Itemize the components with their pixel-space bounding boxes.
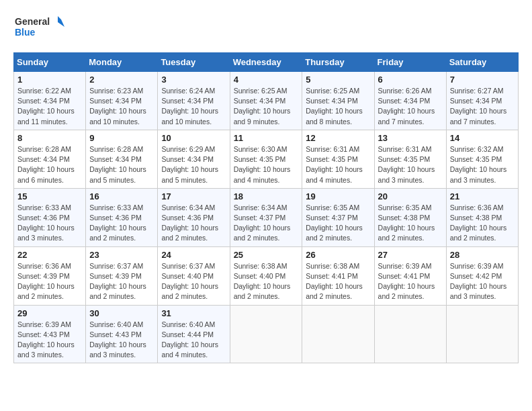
calendar-cell: 9Sunrise: 6:28 AMSunset: 4:34 PMDaylight… bbox=[86, 130, 158, 188]
day-detail: Sunrise: 6:23 AMSunset: 4:34 PMDaylight:… bbox=[89, 86, 154, 127]
day-number: 30 bbox=[89, 308, 154, 318]
day-header-sunday: Sunday bbox=[14, 53, 86, 72]
calendar-week-row: 8Sunrise: 6:28 AMSunset: 4:34 PMDaylight… bbox=[14, 130, 519, 188]
calendar-cell: 10Sunrise: 6:29 AMSunset: 4:34 PMDayligh… bbox=[158, 130, 230, 188]
calendar-cell: 16Sunrise: 6:33 AMSunset: 4:36 PMDayligh… bbox=[86, 188, 158, 246]
calendar-cell bbox=[230, 305, 302, 363]
day-number: 22 bbox=[17, 250, 82, 260]
day-detail: Sunrise: 6:37 AMSunset: 4:40 PMDaylight:… bbox=[161, 261, 226, 302]
calendar-cell: 22Sunrise: 6:36 AMSunset: 4:39 PMDayligh… bbox=[14, 246, 86, 305]
calendar-cell: 1Sunrise: 6:22 AMSunset: 4:34 PMDaylight… bbox=[14, 72, 86, 130]
calendar-cell: 15Sunrise: 6:33 AMSunset: 4:36 PMDayligh… bbox=[14, 188, 86, 246]
day-number: 4 bbox=[234, 75, 299, 85]
day-number: 16 bbox=[89, 191, 154, 201]
calendar-body: 1Sunrise: 6:22 AMSunset: 4:34 PMDaylight… bbox=[14, 72, 519, 363]
day-detail: Sunrise: 6:37 AMSunset: 4:39 PMDaylight:… bbox=[89, 261, 154, 302]
logo-svg: General Blue bbox=[13, 13, 67, 42]
svg-text:General: General bbox=[15, 16, 50, 27]
day-detail: Sunrise: 6:34 AMSunset: 4:37 PMDaylight:… bbox=[234, 203, 299, 244]
day-detail: Sunrise: 6:26 AMSunset: 4:34 PMDaylight:… bbox=[378, 86, 443, 127]
day-number: 12 bbox=[306, 133, 370, 143]
day-header-thursday: Thursday bbox=[302, 53, 374, 72]
svg-text:Blue: Blue bbox=[15, 27, 36, 38]
day-number: 29 bbox=[17, 308, 82, 318]
calendar-cell: 26Sunrise: 6:38 AMSunset: 4:41 PMDayligh… bbox=[302, 246, 374, 305]
day-header-friday: Friday bbox=[374, 53, 446, 72]
day-detail: Sunrise: 6:25 AMSunset: 4:34 PMDaylight:… bbox=[306, 86, 370, 127]
calendar-header-row: SundayMondayTuesdayWednesdayThursdayFrid… bbox=[14, 53, 519, 72]
calendar-cell: 11Sunrise: 6:30 AMSunset: 4:35 PMDayligh… bbox=[230, 130, 302, 188]
day-detail: Sunrise: 6:40 AMSunset: 4:43 PMDaylight:… bbox=[89, 320, 154, 361]
day-number: 27 bbox=[378, 250, 443, 260]
calendar-cell: 19Sunrise: 6:35 AMSunset: 4:37 PMDayligh… bbox=[302, 188, 374, 246]
day-detail: Sunrise: 6:30 AMSunset: 4:35 PMDaylight:… bbox=[234, 144, 299, 185]
day-detail: Sunrise: 6:36 AMSunset: 4:38 PMDaylight:… bbox=[450, 203, 515, 244]
svg-marker-2 bbox=[58, 16, 64, 27]
calendar-week-row: 22Sunrise: 6:36 AMSunset: 4:39 PMDayligh… bbox=[14, 246, 519, 305]
day-number: 18 bbox=[234, 191, 299, 201]
calendar-cell bbox=[446, 305, 518, 363]
calendar-cell: 25Sunrise: 6:38 AMSunset: 4:40 PMDayligh… bbox=[230, 246, 302, 305]
day-detail: Sunrise: 6:39 AMSunset: 4:41 PMDaylight:… bbox=[378, 261, 443, 302]
day-header-tuesday: Tuesday bbox=[158, 53, 230, 72]
day-header-wednesday: Wednesday bbox=[230, 53, 302, 72]
page-header: General Blue bbox=[13, 13, 519, 42]
calendar-cell: 31Sunrise: 6:40 AMSunset: 4:44 PMDayligh… bbox=[158, 305, 230, 363]
day-number: 3 bbox=[161, 75, 226, 85]
calendar-cell: 21Sunrise: 6:36 AMSunset: 4:38 PMDayligh… bbox=[446, 188, 518, 246]
day-header-saturday: Saturday bbox=[446, 53, 518, 72]
calendar-cell: 8Sunrise: 6:28 AMSunset: 4:34 PMDaylight… bbox=[14, 130, 86, 188]
day-detail: Sunrise: 6:27 AMSunset: 4:34 PMDaylight:… bbox=[450, 86, 515, 127]
day-detail: Sunrise: 6:28 AMSunset: 4:34 PMDaylight:… bbox=[89, 144, 154, 185]
logo: General Blue bbox=[13, 13, 67, 42]
day-detail: Sunrise: 6:25 AMSunset: 4:34 PMDaylight:… bbox=[234, 86, 299, 127]
day-number: 6 bbox=[378, 75, 443, 85]
day-number: 13 bbox=[378, 133, 443, 143]
day-detail: Sunrise: 6:39 AMSunset: 4:43 PMDaylight:… bbox=[17, 320, 82, 361]
day-number: 28 bbox=[450, 250, 515, 260]
day-detail: Sunrise: 6:35 AMSunset: 4:38 PMDaylight:… bbox=[378, 203, 443, 244]
calendar-cell: 29Sunrise: 6:39 AMSunset: 4:43 PMDayligh… bbox=[14, 305, 86, 363]
day-number: 5 bbox=[306, 75, 370, 85]
calendar-cell: 13Sunrise: 6:31 AMSunset: 4:35 PMDayligh… bbox=[374, 130, 446, 188]
calendar-cell: 20Sunrise: 6:35 AMSunset: 4:38 PMDayligh… bbox=[374, 188, 446, 246]
day-detail: Sunrise: 6:38 AMSunset: 4:41 PMDaylight:… bbox=[306, 261, 370, 302]
calendar-cell: 28Sunrise: 6:39 AMSunset: 4:42 PMDayligh… bbox=[446, 246, 518, 305]
day-detail: Sunrise: 6:40 AMSunset: 4:44 PMDaylight:… bbox=[161, 320, 226, 361]
day-number: 7 bbox=[450, 75, 515, 85]
calendar-cell: 14Sunrise: 6:32 AMSunset: 4:35 PMDayligh… bbox=[446, 130, 518, 188]
day-detail: Sunrise: 6:31 AMSunset: 4:35 PMDaylight:… bbox=[306, 144, 370, 185]
day-detail: Sunrise: 6:31 AMSunset: 4:35 PMDaylight:… bbox=[378, 144, 443, 185]
day-detail: Sunrise: 6:36 AMSunset: 4:39 PMDaylight:… bbox=[17, 261, 82, 302]
calendar-cell: 6Sunrise: 6:26 AMSunset: 4:34 PMDaylight… bbox=[374, 72, 446, 130]
day-detail: Sunrise: 6:34 AMSunset: 4:36 PMDaylight:… bbox=[161, 203, 226, 244]
calendar-cell bbox=[302, 305, 374, 363]
day-number: 26 bbox=[306, 250, 370, 260]
calendar-cell: 4Sunrise: 6:25 AMSunset: 4:34 PMDaylight… bbox=[230, 72, 302, 130]
day-detail: Sunrise: 6:38 AMSunset: 4:40 PMDaylight:… bbox=[234, 261, 299, 302]
day-detail: Sunrise: 6:32 AMSunset: 4:35 PMDaylight:… bbox=[450, 144, 515, 185]
day-detail: Sunrise: 6:29 AMSunset: 4:34 PMDaylight:… bbox=[161, 144, 226, 185]
day-number: 20 bbox=[378, 191, 443, 201]
day-detail: Sunrise: 6:22 AMSunset: 4:34 PMDaylight:… bbox=[17, 86, 82, 127]
calendar-cell: 23Sunrise: 6:37 AMSunset: 4:39 PMDayligh… bbox=[86, 246, 158, 305]
day-number: 10 bbox=[161, 133, 226, 143]
day-number: 1 bbox=[17, 75, 82, 85]
day-number: 8 bbox=[17, 133, 82, 143]
day-detail: Sunrise: 6:33 AMSunset: 4:36 PMDaylight:… bbox=[89, 203, 154, 244]
calendar-cell: 12Sunrise: 6:31 AMSunset: 4:35 PMDayligh… bbox=[302, 130, 374, 188]
day-number: 17 bbox=[161, 191, 226, 201]
calendar-cell: 5Sunrise: 6:25 AMSunset: 4:34 PMDaylight… bbox=[302, 72, 374, 130]
calendar-cell: 18Sunrise: 6:34 AMSunset: 4:37 PMDayligh… bbox=[230, 188, 302, 246]
day-number: 31 bbox=[161, 308, 226, 318]
day-number: 14 bbox=[450, 133, 515, 143]
day-number: 9 bbox=[89, 133, 154, 143]
calendar-cell: 30Sunrise: 6:40 AMSunset: 4:43 PMDayligh… bbox=[86, 305, 158, 363]
calendar-week-row: 29Sunrise: 6:39 AMSunset: 4:43 PMDayligh… bbox=[14, 305, 519, 363]
day-number: 21 bbox=[450, 191, 515, 201]
calendar-cell: 17Sunrise: 6:34 AMSunset: 4:36 PMDayligh… bbox=[158, 188, 230, 246]
day-header-monday: Monday bbox=[86, 53, 158, 72]
day-number: 19 bbox=[306, 191, 370, 201]
calendar-cell: 7Sunrise: 6:27 AMSunset: 4:34 PMDaylight… bbox=[446, 72, 518, 130]
day-detail: Sunrise: 6:33 AMSunset: 4:36 PMDaylight:… bbox=[17, 203, 82, 244]
